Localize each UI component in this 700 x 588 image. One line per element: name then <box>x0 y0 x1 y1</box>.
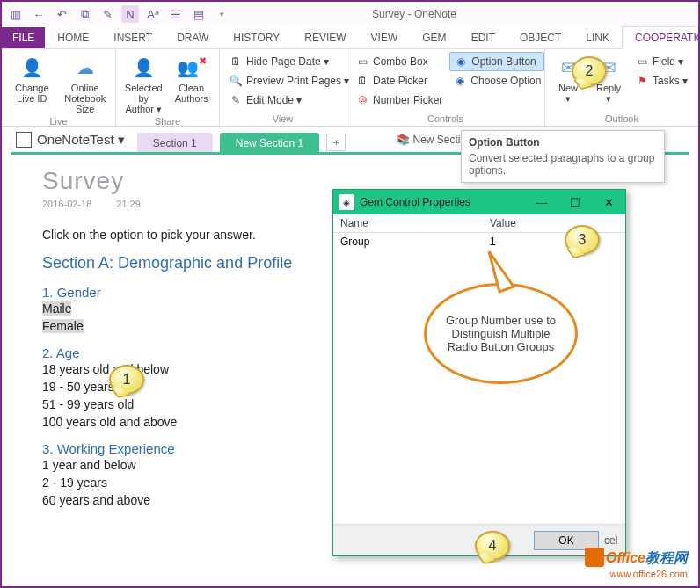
number-icon: ⑩ <box>355 93 369 107</box>
prop-value: 1 <box>483 233 503 250</box>
tab-link[interactable]: LINK <box>573 27 622 48</box>
watermark-url: www.office26.com <box>585 569 688 579</box>
hide-page-date-button[interactable]: 🗓Hide Page Date ▾ <box>225 52 353 71</box>
tab-home[interactable]: HOME <box>45 27 101 48</box>
tooltip-body: Convert selected paragraphs to a group o… <box>469 152 657 177</box>
tab-view[interactable]: VIEW <box>359 27 411 48</box>
edit-mode-button[interactable]: ✎Edit Mode ▾ <box>225 91 353 110</box>
cancel-button-partial[interactable]: cel <box>604 534 616 547</box>
dock-icon[interactable]: ⧉ <box>76 5 93 23</box>
undo-icon[interactable]: ↶ <box>53 5 70 23</box>
file-tab[interactable]: FILE <box>2 27 45 48</box>
option-button-button[interactable]: ◉Option Button <box>449 52 544 71</box>
tab-object[interactable]: OBJECT <box>507 27 573 48</box>
cloud-icon: ☁ <box>73 55 98 80</box>
q1-option-2[interactable]: Female <box>42 319 84 333</box>
page-icon[interactable]: ▤ <box>190 5 208 23</box>
notebook-selector[interactable]: OneNoteTest ▾ <box>11 132 130 148</box>
tooltip-option-button: Option Button Convert selected paragraph… <box>461 130 665 183</box>
combo-box-button[interactable]: ▭Combo Box <box>352 52 446 71</box>
edit-icon: ✎ <box>229 93 243 107</box>
ink-icon[interactable]: Ν <box>121 5 139 23</box>
tooltip-title: Option Button <box>469 136 657 149</box>
oval-callout: Group Number use to Distinguish Multiple… <box>424 283 578 384</box>
radio-selected-icon: ◉ <box>453 74 467 88</box>
change-live-id-button[interactable]: 👤Change Live ID <box>7 52 57 114</box>
col-value: Value <box>483 214 523 232</box>
onenote-icon: ▥ <box>7 5 25 23</box>
maximize-button[interactable]: ☐ <box>558 190 592 214</box>
field-button[interactable]: ▭Field ▾ <box>631 52 691 71</box>
q1-option-1[interactable]: Maile <box>42 301 71 316</box>
qat-more-icon[interactable]: ▾ <box>213 5 230 23</box>
calendar-hide-icon: 🗓 <box>229 54 243 69</box>
callout-1: 1 <box>109 365 144 395</box>
quick-access-toolbar: ▥ ← ↶ ⧉ ✎ Ν Aᵃ ☰ ▤ ▾ <box>2 5 236 23</box>
callout-2: 2 <box>572 56 607 86</box>
watermark: Office教程网 www.office26.com <box>585 549 688 579</box>
clean-authors-button[interactable]: 👥✖Clean Authors <box>170 52 215 114</box>
online-notebook-size-button[interactable]: ☁Online Notebook Size <box>61 52 111 114</box>
group-label-controls: Controls <box>352 112 539 126</box>
calendar-icon: 🗓 <box>355 74 369 88</box>
preview-print-pages-button[interactable]: 🔍Preview Print Pages ▾ <box>225 71 353 91</box>
notebook-icon <box>16 132 32 148</box>
group-label-outlook: Outlook <box>551 112 693 126</box>
tab-history[interactable]: HISTORY <box>221 27 292 48</box>
radio-icon: ◉ <box>454 54 468 69</box>
col-name: Name <box>333 214 483 232</box>
group-label-view: View <box>225 112 340 126</box>
flag-icon: ⚑ <box>635 74 649 88</box>
preview-icon: 🔍 <box>229 74 243 88</box>
format-painter-icon[interactable]: ✎ <box>98 5 116 23</box>
window-title: Survey - OneNote <box>236 8 593 20</box>
dialog-titlebar[interactable]: ◈ Gem Control Properties ― ☐ ✕ <box>333 190 625 214</box>
tasks-button[interactable]: ⚑Tasks ▾ <box>631 71 691 91</box>
close-button[interactable]: ✕ <box>592 190 625 214</box>
dialog-title-text: Gem Control Properties <box>360 196 470 208</box>
add-section-button[interactable]: ＋ <box>326 134 346 151</box>
gem-icon: ◈ <box>339 194 354 210</box>
date-picker-button[interactable]: 🗓Date Picker <box>352 71 446 91</box>
tab-cooperation[interactable]: COOPERATION <box>622 26 700 49</box>
user-icon: 👤 <box>19 55 44 80</box>
style-icon[interactable]: Aᵃ <box>144 5 162 23</box>
tab-review[interactable]: REVIEW <box>292 27 358 48</box>
clean-authors-icon: 👥✖ <box>179 55 204 80</box>
tab-edit[interactable]: EDIT <box>459 27 507 48</box>
tab-insert[interactable]: INSERT <box>101 27 164 48</box>
section-tab-2[interactable]: New Section 1 <box>220 133 319 153</box>
watermark-logo-icon <box>585 548 604 567</box>
ribbon-tabs: FILE HOME INSERT DRAW HISTORY REVIEW VIE… <box>2 26 698 49</box>
title-bar: ▥ ← ↶ ⧉ ✎ Ν Aᵃ ☰ ▤ ▾ Survey - OneNote <box>2 2 698 26</box>
selected-by-author-button[interactable]: 👤Selected by Author ▾ <box>121 52 166 114</box>
section-tab-1[interactable]: Section 1 <box>137 133 213 153</box>
prop-name: Group <box>333 233 483 250</box>
number-picker-button[interactable]: ⑩Number Picker <box>352 91 446 110</box>
field-icon: ▭ <box>635 54 649 69</box>
back-icon[interactable]: ← <box>30 5 47 23</box>
callout-3: 3 <box>565 225 600 255</box>
tab-gem[interactable]: GEM <box>410 27 458 48</box>
choose-option-button[interactable]: ◉Choose Option <box>449 71 544 91</box>
minimize-button[interactable]: ― <box>525 190 558 214</box>
list-icon[interactable]: ☰ <box>167 5 185 23</box>
callout-4: 4 <box>475 531 510 561</box>
combobox-icon: ▭ <box>355 54 369 69</box>
author-select-icon: 👤 <box>131 55 156 80</box>
tab-draw[interactable]: DRAW <box>164 27 221 48</box>
